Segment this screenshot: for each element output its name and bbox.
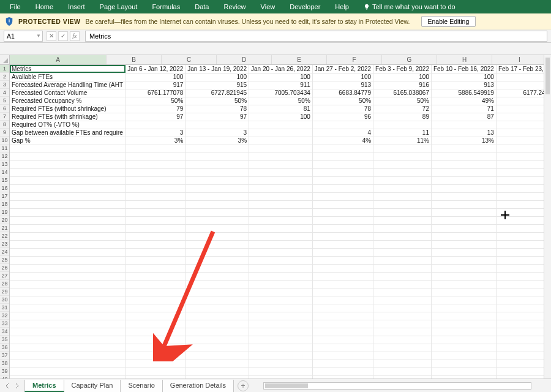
cell-F27[interactable] <box>373 272 432 280</box>
row-header-31[interactable]: 31 <box>0 304 9 312</box>
cell-F26[interactable] <box>373 264 432 272</box>
cell-D32[interactable] <box>249 312 313 320</box>
cell-C38[interactable] <box>186 360 249 368</box>
name-box-dropdown-icon[interactable]: ▼ <box>36 33 41 39</box>
cell-D21[interactable] <box>249 224 313 232</box>
cell-D20[interactable] <box>249 216 313 224</box>
cell-D30[interactable] <box>249 296 313 304</box>
row-headers[interactable]: 1234567891011121314151617181920212223242… <box>0 65 10 379</box>
cell-A2[interactable]: Available FTEs <box>10 73 126 81</box>
cell-H24[interactable] <box>496 248 551 256</box>
cell-B5[interactable]: 50% <box>126 97 186 105</box>
cell-H26[interactable] <box>496 264 551 272</box>
cell-B13[interactable] <box>126 160 186 168</box>
cell-B12[interactable] <box>126 153 186 160</box>
tab-nav-next[interactable] <box>12 382 21 390</box>
cell-G25[interactable] <box>431 256 496 264</box>
cell-D36[interactable] <box>249 344 313 352</box>
cell-E12[interactable] <box>312 153 373 160</box>
cell-B22[interactable] <box>126 232 186 240</box>
cell-H36[interactable] <box>496 344 551 352</box>
cell-C11[interactable] <box>186 145 249 153</box>
row-header-1[interactable]: 1 <box>0 65 9 73</box>
cell-D19[interactable] <box>249 208 313 216</box>
cell-H8[interactable] <box>496 121 551 129</box>
cell-C32[interactable] <box>186 312 249 320</box>
cell-G16[interactable] <box>431 184 496 192</box>
sheet-tab-capacity-plan[interactable]: Capacity Plan <box>64 380 121 392</box>
cell-A1[interactable]: Metrics <box>10 65 126 73</box>
cell-F18[interactable] <box>373 200 432 208</box>
cell-E17[interactable] <box>312 192 373 200</box>
cell-E30[interactable] <box>312 296 373 304</box>
cell-H7[interactable]: 91 <box>496 113 551 121</box>
cell-B35[interactable] <box>126 336 186 344</box>
cell-F7[interactable]: 89 <box>373 113 432 121</box>
cell-G26[interactable] <box>431 264 496 272</box>
cell-C18[interactable] <box>186 200 249 208</box>
cell-H25[interactable] <box>496 256 551 264</box>
cell-H39[interactable] <box>496 368 551 375</box>
cell-D29[interactable] <box>249 288 313 296</box>
cell-F25[interactable] <box>373 256 432 264</box>
row-header-37[interactable]: 37 <box>0 352 9 360</box>
cell-C29[interactable] <box>186 288 249 296</box>
cell-A5[interactable]: Forecasted Occupancy % <box>10 97 126 105</box>
cell-A32[interactable] <box>10 312 126 320</box>
cell-H21[interactable] <box>496 224 551 232</box>
cell-B24[interactable] <box>126 248 186 256</box>
cell-E34[interactable] <box>312 328 373 336</box>
cell-F11[interactable] <box>373 145 432 153</box>
column-header-H[interactable]: H <box>437 55 492 64</box>
cell-C9[interactable]: 3 <box>186 129 249 137</box>
cell-E2[interactable]: 100 <box>312 73 373 81</box>
cell-H11[interactable] <box>496 145 551 153</box>
cell-G5[interactable]: 49% <box>431 97 496 105</box>
cell-F20[interactable] <box>373 216 432 224</box>
cell-C17[interactable] <box>186 192 249 200</box>
cell-H12[interactable] <box>496 153 551 160</box>
cell-A24[interactable] <box>10 248 126 256</box>
cell-D14[interactable] <box>249 168 313 176</box>
cell-F8[interactable] <box>373 121 432 129</box>
cell-D12[interactable] <box>249 153 313 160</box>
cell-G1[interactable]: Feb 10 - Feb 16, 2022 <box>431 65 496 73</box>
row-header-35[interactable]: 35 <box>0 336 9 344</box>
cell-B8[interactable] <box>126 121 186 129</box>
formula-input[interactable] <box>85 31 547 42</box>
cell-E6[interactable]: 78 <box>312 105 373 113</box>
cell-C13[interactable] <box>186 160 249 168</box>
cell-D4[interactable]: 7005.703434 <box>249 89 313 97</box>
row-header-2[interactable]: 2 <box>0 73 9 81</box>
cell-B37[interactable] <box>126 352 186 360</box>
cell-B15[interactable] <box>126 176 186 184</box>
cell-D35[interactable] <box>249 336 313 344</box>
tell-me-search[interactable]: Tell me what you want to do <box>356 0 463 13</box>
cell-E37[interactable] <box>312 352 373 360</box>
cell-A26[interactable] <box>10 264 126 272</box>
cell-B39[interactable] <box>126 368 186 375</box>
cell-D27[interactable] <box>249 272 313 280</box>
row-header-21[interactable]: 21 <box>0 224 9 232</box>
row-header-32[interactable]: 32 <box>0 312 9 320</box>
cell-B9[interactable]: 3 <box>126 129 186 137</box>
cell-D6[interactable]: 81 <box>249 105 313 113</box>
cell-H18[interactable] <box>496 200 551 208</box>
cell-C25[interactable] <box>186 256 249 264</box>
cell-B6[interactable]: 79 <box>126 105 186 113</box>
cell-G31[interactable] <box>431 304 496 312</box>
cell-H15[interactable] <box>496 176 551 184</box>
column-header-I[interactable]: I <box>492 55 547 64</box>
cell-H33[interactable] <box>496 320 551 328</box>
cell-A8[interactable]: Required OT% (-VTO %) <box>10 121 126 129</box>
cell-A16[interactable] <box>10 184 126 192</box>
cell-B27[interactable] <box>126 272 186 280</box>
cell-C19[interactable] <box>186 208 249 216</box>
ribbon-tab-file[interactable]: File <box>2 0 28 13</box>
cell-A23[interactable] <box>10 240 126 248</box>
cell-F30[interactable] <box>373 296 432 304</box>
sheet-tab-metrics[interactable]: Metrics <box>24 380 64 392</box>
cell-G11[interactable] <box>431 145 496 153</box>
cell-E1[interactable]: Jan 27 - Feb 2, 2022 <box>312 65 373 73</box>
row-header-28[interactable]: 28 <box>0 280 9 288</box>
